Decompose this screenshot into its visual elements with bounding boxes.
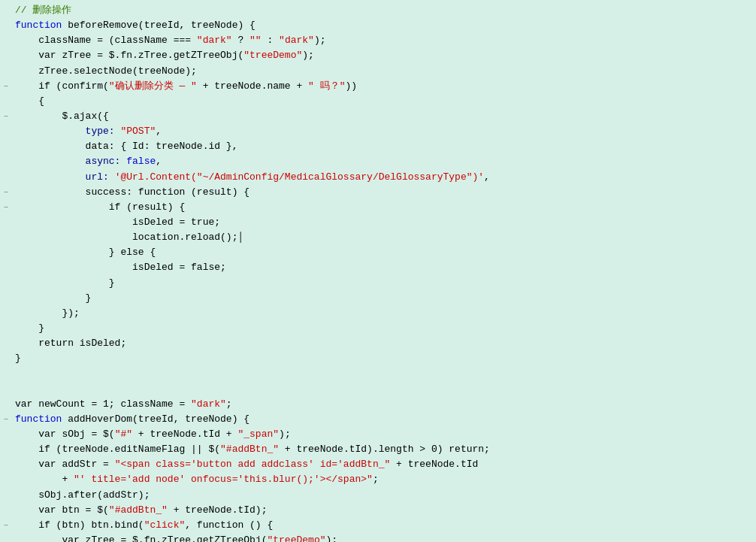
token: ); [302,50,314,61]
token: )) [345,80,357,92]
token: , [484,171,490,183]
token: "确认删除分类 — " [109,80,197,92]
code-line: // 删除操作 [15,3,756,18]
token: data: { Id: treeNode.id }, [15,141,237,152]
fold-marker [0,276,12,291]
token: // 删除操作 [15,5,71,16]
code-line [15,366,756,381]
code-line: async: false, [15,154,756,169]
code-line: var zTree = $.fn.zTree.getZTreeObj("tree… [15,533,756,542]
fold-marker [0,124,12,139]
token: if (result) { [15,201,185,213]
token: } [15,277,115,289]
token: (treeId, treeNode) { [132,413,249,425]
token: "dark" [197,35,232,46]
code-line: return isDeled; [15,336,756,351]
token: function [15,20,68,31]
token: '@Url.Content("~/AdminConfig/MedicalGlos… [115,171,484,183]
token: var btn = $( [15,504,109,516]
fold-marker [0,245,12,260]
code-line: if (btn) btn.bind("click", function () { [15,518,756,533]
token: "click" [144,519,186,531]
token: zTree.selectNode(treeNode); [15,65,197,77]
fold-marker [0,366,12,381]
fold-marker [0,427,12,442]
token: location.reload(); [15,232,237,243]
token: type: [15,126,120,137]
token: "#addBtn_" [109,504,168,516]
code-line [15,382,756,397]
token: "<span class='button add addclass' id='a… [115,459,391,470]
code-line: className = (className === "dark" ? "" :… [15,33,756,48]
token: "' title='add node' onfocus='this.blur()… [74,474,373,485]
fold-marker [0,170,12,185]
code-area[interactable]: // 删除操作function beforeRemove(treeId, tre… [12,0,756,542]
code-content: −−−−−− // 删除操作function beforeRemove(tree… [0,0,756,542]
fold-marker [0,397,12,412]
code-line: sObj.after(addStr); [15,488,756,503]
fold-marker [0,3,12,18]
token: "treeDemo" [243,50,302,61]
fold-marker[interactable]: − [0,109,12,124]
code-line: { [15,94,756,109]
token: : [262,35,279,46]
token: + treeNode.tId).length > 0) return; [279,444,490,455]
fold-marker [0,457,12,472]
token: "POST" [120,126,156,137]
token: " 吗？" [308,80,345,92]
token: ); [314,35,326,46]
token: if (btn) btn.bind( [15,519,144,531]
token: function [15,413,68,425]
fold-marker [0,336,12,351]
token: "#" [115,428,132,440]
token: + [15,474,74,485]
token: , [156,156,162,167]
fold-marker[interactable]: − [0,79,12,94]
fold-marker[interactable]: − [0,200,12,215]
fold-marker [0,442,12,457]
fold-marker[interactable]: − [0,412,12,427]
code-line: type: "POST", [15,124,756,139]
code-line: data: { Id: treeNode.id }, [15,139,756,154]
fold-marker [0,18,12,33]
token: } [15,292,91,304]
fold-marker [0,64,12,79]
code-line: function addHoverDom(treeId, treeNode) { [15,412,756,427]
code-line: } else { [15,245,756,260]
token: return isDeled; [15,338,126,349]
fold-marker [0,94,12,109]
code-line: success: function (result) { [15,185,756,200]
token: , function () { [185,519,273,531]
code-line: + "' title='add node' onfocus='this.blur… [15,472,756,487]
fold-marker [0,291,12,306]
fold-marker [0,533,12,542]
code-line: var btn = $("#addBtn_" + treeNode.tId); [15,503,756,518]
fold-marker[interactable]: − [0,518,12,533]
code-line: if (treeNode.editNameFlag || $("#addBtn_… [15,442,756,457]
token: ; [226,398,232,410]
token: "dark" [279,35,314,46]
token: var newCount = 1; className = [15,398,191,410]
token: var zTree = $.fn.zTree.getZTreeObj( [15,50,243,61]
token: { [15,95,44,107]
fold-marker[interactable]: − [0,185,12,200]
fold-marker [0,382,12,397]
code-line: var addStr = "<span class='button add ad… [15,457,756,472]
fold-marker [0,321,12,336]
token: var sObj = $( [15,428,115,440]
token: sObj.after(addStr); [15,489,150,501]
token: } else { [15,247,156,258]
token: if (confirm( [15,80,109,92]
token: ; [373,474,379,485]
fold-gutter: −−−−−− [0,0,12,542]
fold-marker [0,230,12,245]
token: success: function (result) { [15,186,249,198]
code-line: location.reload();│ [15,230,756,245]
token: isDeled = true; [15,216,220,228]
token: isDeled = false; [15,262,226,273]
token: beforeRemove [68,20,138,31]
token: + treeNode.name + [197,80,308,92]
code-line: } [15,291,756,306]
code-line: $.ajax({ [15,109,756,124]
code-editor: −−−−−− // 删除操作function beforeRemove(tree… [0,0,756,542]
